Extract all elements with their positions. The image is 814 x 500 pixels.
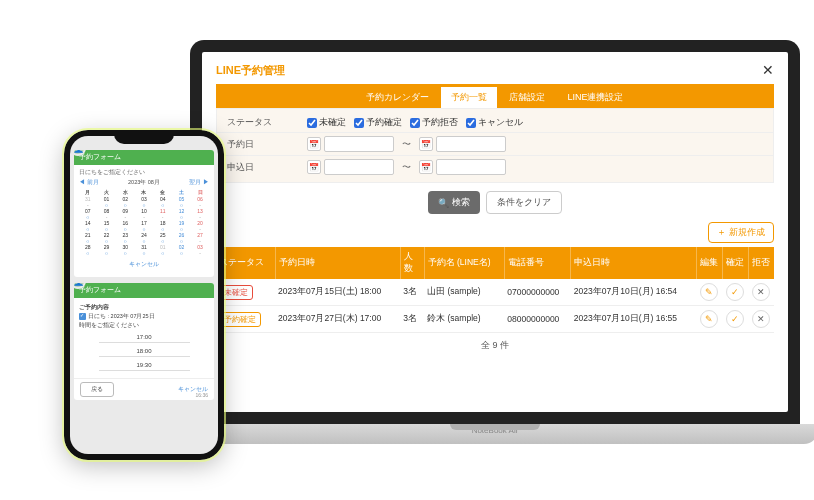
calendar-day[interactable]: 05○ — [173, 197, 191, 208]
laptop-bezel: LINE予約管理 ✕ 予約カレンダー予約一覧店舗設定LINE連携設定 ステータス… — [190, 40, 800, 424]
tab-2[interactable]: 店舗設定 — [499, 87, 555, 108]
calendar-day[interactable]: 20- — [191, 221, 209, 232]
reserve-date-from[interactable] — [324, 136, 394, 152]
calendar-day[interactable]: 03○ — [135, 197, 153, 208]
dow-header: 水 — [116, 188, 134, 196]
tab-3[interactable]: LINE連携設定 — [557, 87, 633, 108]
calendar-icon[interactable]: 📅 — [307, 160, 321, 174]
calendar-day[interactable]: 08- — [98, 209, 116, 220]
cell-phone: 08000000000 — [504, 306, 571, 333]
calendar-day[interactable]: 27- — [191, 233, 209, 244]
calendar-day[interactable]: 11- — [154, 209, 172, 220]
tab-bar: 予約カレンダー予約一覧店舗設定LINE連携設定 — [216, 84, 774, 108]
calendar-day[interactable]: 22○ — [98, 233, 116, 244]
col-header: 人数 — [400, 247, 424, 279]
prev-month-button[interactable]: ◀ 前月 — [79, 179, 99, 186]
clear-button[interactable]: 条件をクリア — [486, 191, 562, 214]
confirm-icon[interactable]: ✓ — [726, 310, 744, 328]
filter-reserve-date-label: 予約日 — [227, 138, 307, 151]
calendar-day[interactable]: 18○ — [154, 221, 172, 232]
calendar-day[interactable]: 07○ — [79, 209, 97, 220]
laptop-device: LINE予約管理 ✕ 予約カレンダー予約一覧店舗設定LINE連携設定 ステータス… — [190, 40, 800, 444]
cancel-link[interactable]: キャンセル — [79, 256, 209, 273]
calendar-day[interactable]: 15○ — [98, 221, 116, 232]
calendar-day[interactable]: 01○ — [98, 197, 116, 208]
col-header: 電話番号 — [504, 247, 571, 279]
calendar-day[interactable]: 13- — [191, 209, 209, 220]
reserve-date-to[interactable] — [436, 136, 506, 152]
col-header: 申込日時 — [571, 247, 696, 279]
calendar-day[interactable]: 31○ — [135, 245, 153, 256]
calendar-day[interactable]: 04○ — [154, 197, 172, 208]
cell-name: 山田 (sample) — [424, 279, 504, 306]
dow-header: 金 — [154, 188, 172, 196]
calendar-day[interactable]: 23○ — [116, 233, 134, 244]
col-header: 編集 — [696, 247, 722, 279]
status-checkbox-0[interactable]: 未確定 — [307, 116, 346, 129]
dow-header: 日 — [191, 188, 209, 196]
phone-screen[interactable]: 👤 予約フォーム 日にちをご指定ください ◀ 前月 2023年 08月 翌月 ▶… — [70, 136, 218, 454]
edit-icon[interactable]: ✎ — [700, 283, 718, 301]
cell-applied: 2023年07月10日(月) 16:55 — [571, 306, 696, 333]
status-checkbox-3[interactable]: キャンセル — [466, 116, 523, 129]
table-row: 予約確定2023年07月27日(木) 17:003名鈴木 (sample)080… — [216, 306, 774, 333]
new-button[interactable]: ＋新規作成 — [708, 222, 774, 243]
calendar-day[interactable]: 19○ — [173, 221, 191, 232]
page-title: LINE予約管理 — [216, 63, 285, 78]
range-tilde: 〜 — [402, 138, 411, 151]
section-label: ご予約内容 — [79, 304, 209, 311]
status-checkbox-1[interactable]: 予約確定 — [354, 116, 402, 129]
time-option[interactable]: 19:30 — [99, 360, 190, 371]
calendar-day[interactable]: 03- — [191, 245, 209, 256]
close-icon[interactable]: ✕ — [762, 62, 774, 78]
calendar-icon[interactable]: 📅 — [419, 160, 433, 174]
calendar-day[interactable]: 30○ — [116, 245, 134, 256]
search-button[interactable]: 🔍検索 — [428, 191, 480, 214]
calendar-day[interactable]: 02○ — [173, 245, 191, 256]
calendar-day[interactable]: 06- — [191, 197, 209, 208]
filter-status-label: ステータス — [227, 116, 307, 129]
apply-date-from[interactable] — [324, 159, 394, 175]
tab-0[interactable]: 予約カレンダー — [356, 87, 439, 108]
calendar-day[interactable]: 02○ — [116, 197, 134, 208]
edit-icon[interactable]: ✎ — [700, 310, 718, 328]
back-button[interactable]: 戻る — [80, 382, 114, 397]
search-icon: 🔍 — [438, 198, 449, 208]
time-option[interactable]: 18:00 — [99, 346, 190, 357]
status-badge: 未確定 — [219, 285, 253, 300]
status-checkbox-2[interactable]: 予約拒否 — [410, 116, 458, 129]
calendar-day[interactable]: 24○ — [135, 233, 153, 244]
calendar-day[interactable]: 01○ — [154, 245, 172, 256]
apply-date-to[interactable] — [436, 159, 506, 175]
calendar-day[interactable]: 29○ — [98, 245, 116, 256]
calendar-day[interactable]: 28○ — [79, 245, 97, 256]
calendar-icon[interactable]: 📅 — [307, 137, 321, 151]
selected-date-line: 日にち : 2023年 07月25日 — [79, 313, 209, 320]
calendar-day[interactable]: 26○ — [173, 233, 191, 244]
app-window: LINE予約管理 ✕ 予約カレンダー予約一覧店舗設定LINE連携設定 ステータス… — [202, 52, 788, 412]
cell-name: 鈴木 (sample) — [424, 306, 504, 333]
col-header: 確定 — [722, 247, 748, 279]
time-option[interactable]: 17:00 — [99, 332, 190, 343]
calendar-day[interactable]: 21○ — [79, 233, 97, 244]
phone-card-time: 👤 予約フォーム ご予約内容 日にち : 2023年 07月25日 時間をご指定… — [74, 283, 214, 400]
calendar-day[interactable]: 10- — [135, 209, 153, 220]
phone-device: 👤 予約フォーム 日にちをご指定ください ◀ 前月 2023年 08月 翌月 ▶… — [64, 130, 224, 460]
laptop-base: NoteBook Air — [172, 424, 814, 444]
calendar-day[interactable]: 14○ — [79, 221, 97, 232]
range-tilde: 〜 — [402, 161, 411, 174]
calendar-day[interactable]: 25○ — [154, 233, 172, 244]
calendar-day[interactable]: 09- — [116, 209, 134, 220]
calendar-day[interactable]: 31- — [79, 197, 97, 208]
calendar-day[interactable]: 16○ — [116, 221, 134, 232]
calendar-day[interactable]: 17○ — [135, 221, 153, 232]
reject-icon[interactable]: ✕ — [752, 310, 770, 328]
calendar-day[interactable]: 12○ — [173, 209, 191, 220]
confirm-icon[interactable]: ✓ — [726, 283, 744, 301]
next-month-button[interactable]: 翌月 ▶ — [189, 179, 209, 186]
dow-header: 月 — [79, 188, 97, 196]
reject-icon[interactable]: ✕ — [752, 283, 770, 301]
calendar-icon[interactable]: 📅 — [419, 137, 433, 151]
filter-panel: ステータス 未確定 予約確定 予約拒否 キャンセル 予約日 📅 〜 📅 申込日 … — [216, 108, 774, 183]
tab-1[interactable]: 予約一覧 — [441, 87, 497, 108]
